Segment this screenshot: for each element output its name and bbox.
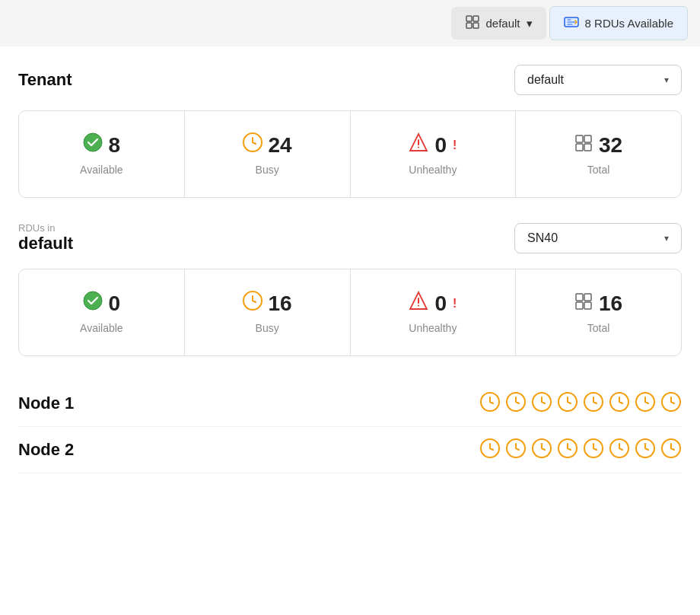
tenant-busy-label: Busy (256, 164, 279, 176)
svg-rect-19 (576, 302, 583, 309)
rdus-header: RDUs in default SN40 ▾ (18, 222, 682, 253)
tenant-available-label: Available (80, 164, 123, 176)
rdus-stat-busy: 16 Busy (185, 269, 351, 355)
tenant-header: Tenant default ▾ (18, 65, 682, 95)
svg-rect-9 (576, 135, 583, 142)
rdus-title-block: RDUs in default (18, 222, 73, 253)
rdus-available-button[interactable]: 8 RDUs Available (549, 6, 688, 40)
node-2-name: Node 2 (18, 440, 74, 460)
node-2-busy-icon-8 (660, 438, 682, 462)
top-bar: default ▾ 8 RDUs Available (0, 0, 700, 46)
svg-rect-3 (473, 23, 479, 28)
tenant-stat-available: 8 Available (19, 111, 185, 197)
node-1-busy-icon-6 (609, 391, 630, 416)
tenant-total-count: 32 (599, 133, 622, 158)
svg-rect-12 (584, 144, 591, 151)
svg-rect-18 (584, 294, 591, 301)
node-1-busy-icon-8 (660, 391, 682, 416)
node-row: Node 2 (18, 427, 682, 473)
svg-point-8 (418, 147, 419, 148)
rdus-busy-icon (243, 291, 262, 316)
node-1-busy-icon-2 (505, 391, 527, 416)
node-2-busy-icon-4 (557, 438, 578, 462)
tenant-dropdown-arrow-icon: ▾ (664, 75, 669, 85)
tenant-total-label: Total (587, 164, 610, 176)
rdus-dropdown-arrow-icon: ▾ (664, 233, 669, 244)
rdus-dropdown-value: SN40 (527, 231, 558, 245)
tenant-dropdown[interactable]: default ▾ (514, 65, 682, 95)
node-1-busy-icon-5 (583, 391, 604, 416)
tenant-stats-card: 8 Available 24 Busy (18, 110, 682, 198)
rdus-unhealthy-exclamation: ! (453, 297, 457, 311)
rdus-stat-total: 16 Total (516, 269, 681, 355)
node-1-icons (479, 391, 682, 416)
node-2-busy-icon-7 (635, 438, 656, 462)
unhealthy-exclamation: ! (453, 139, 457, 152)
svg-rect-10 (584, 135, 591, 142)
svg-rect-1 (473, 16, 479, 21)
svg-rect-17 (576, 294, 583, 301)
node-2-busy-icon-1 (479, 438, 501, 462)
svg-point-13 (84, 292, 102, 310)
node-2-busy-icon-5 (583, 438, 604, 462)
node-1-busy-icon-3 (531, 391, 552, 416)
node-2-busy-icon-2 (505, 438, 527, 462)
svg-rect-2 (466, 23, 472, 28)
tenant-title: Tenant (18, 70, 72, 90)
tenant-busy-count: 24 (269, 133, 292, 158)
rdus-available-icon (83, 291, 103, 316)
node-1-busy-icon-7 (635, 391, 656, 416)
available-icon (83, 132, 103, 158)
node-2-busy-icon-6 (609, 438, 630, 462)
svg-rect-20 (584, 302, 591, 309)
rdus-available-count: 0 (109, 292, 121, 316)
rdus-total-label: Total (587, 322, 610, 334)
tenant-unhealthy-count: 0 (434, 133, 447, 158)
nodes-section: Node 1 Node 2 (18, 381, 682, 473)
node-2-icons (479, 438, 682, 462)
rdus-busy-label: Busy (256, 322, 279, 334)
rdus-stat-available: 0 Available (19, 269, 185, 355)
rdus-stat-unhealthy: 0 ! Unhealthy (351, 269, 517, 355)
tenant-unhealthy-label: Unhealthy (409, 164, 457, 176)
tenant-stat-unhealthy: 0 ! Unhealthy (351, 111, 517, 197)
node-1-busy-icon-1 (479, 391, 501, 416)
svg-point-5 (84, 133, 102, 151)
rdus-unhealthy-count: 0 (434, 292, 447, 316)
tenant-stat-total: 32 Total (516, 111, 681, 197)
busy-icon (243, 132, 262, 158)
node-1-busy-icon-4 (557, 391, 578, 416)
rdus-total-count: 16 (599, 292, 622, 316)
rdus-stats-card: 0 Available 16 Busy (18, 269, 682, 356)
unhealthy-icon (409, 132, 428, 158)
node-1-name: Node 1 (18, 394, 74, 413)
svg-point-16 (418, 305, 419, 307)
default-tenant-button[interactable]: default ▾ (451, 7, 546, 40)
grid-building-icon (465, 14, 480, 32)
rdus-section: RDUs in default SN40 ▾ 0 (18, 222, 682, 356)
default-tenant-label: default (486, 17, 520, 30)
rdus-unhealthy-icon (409, 291, 428, 316)
tenant-dropdown-value: default (527, 73, 564, 87)
tenant-available-count: 8 (109, 133, 121, 158)
rdus-title: default (18, 234, 73, 253)
tenant-stat-busy: 24 Busy (185, 111, 351, 197)
rdus-icon (564, 14, 579, 32)
rdus-total-grid-icon (574, 292, 593, 316)
rdus-dropdown[interactable]: SN40 ▾ (514, 223, 682, 253)
rdus-busy-count: 16 (269, 292, 292, 316)
svg-rect-11 (576, 144, 583, 151)
total-grid-icon (574, 133, 593, 158)
rdus-available-label: 8 RDUs Available (585, 17, 673, 30)
rdus-available-label: Available (80, 322, 123, 334)
node-2-busy-icon-3 (531, 438, 552, 462)
rdus-unhealthy-label: Unhealthy (409, 322, 457, 334)
svg-rect-0 (466, 16, 472, 21)
main-content: Tenant default ▾ 8 Available (0, 46, 700, 486)
dropdown-chevron-icon: ▾ (527, 17, 533, 30)
rdus-subtitle: RDUs in (18, 222, 73, 234)
node-row: Node 1 (18, 381, 682, 427)
